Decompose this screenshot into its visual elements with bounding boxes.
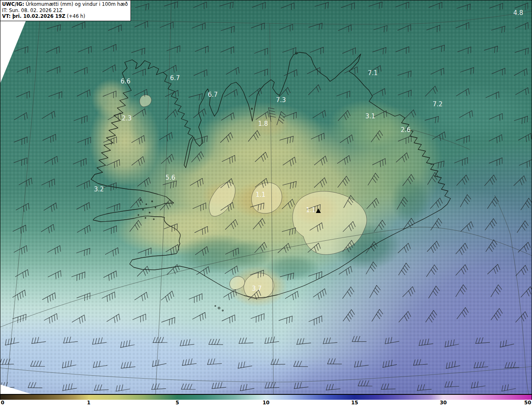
precip-value-label: 2.3	[122, 115, 132, 122]
precip-value-label: 6.7	[170, 74, 180, 82]
colorbar-gradient	[0, 394, 532, 400]
precip-value-label: 3.2	[94, 186, 104, 193]
precip-value-label: 7.3	[276, 96, 286, 104]
colorbar-tick-label: 5	[175, 400, 179, 406]
precipitation-colorbar: 01510153050	[0, 394, 532, 406]
weather-map-stage: 4.86.66.76.77.17.37.23.12.62.31.85.63.21…	[0, 0, 532, 406]
precip-value-label: 7.2	[433, 100, 443, 108]
colorbar-tick-label: 50	[524, 400, 531, 406]
precip-value-label: 1.1	[306, 206, 316, 214]
colorbar-tick-label: 15	[351, 400, 358, 406]
map-area: 4.86.66.76.77.17.37.23.12.62.31.85.63.21…	[0, 0, 532, 394]
precip-value-label: 6.6	[121, 78, 131, 85]
map-title-box: UWC/IG: Úrkomumætti (mm) og vindur i 100…	[0, 0, 131, 21]
model-id-label: UWC/IG:	[2, 1, 24, 7]
colorbar-tick-label: 0	[1, 400, 4, 406]
map-title-line1: UWC/IG: Úrkomumætti (mm) og vindur i 100…	[2, 1, 128, 7]
map-init-time: IT: Sun. 08. 02. 2026 21Z	[2, 7, 128, 14]
precip-value-label: 6.7	[208, 91, 218, 98]
precip-value-label: 5.6	[165, 174, 175, 181]
precip-value-label: 7.1	[368, 69, 378, 77]
colorbar-tick-label: 1	[87, 400, 90, 406]
colorbar-tick-label: 10	[263, 400, 270, 406]
precip-value-label: 3.7	[252, 285, 262, 292]
precip-value-label: 2.6	[401, 126, 411, 134]
precip-value-label: 1.1	[256, 191, 266, 198]
colorbar-tick-labels: 01510153050	[0, 400, 532, 406]
map-valid-time: VT: þri. 10.02.2026 19Z (+46 h)	[2, 13, 128, 20]
map-title-text: Úrkomumætti (mm) og vindur i 100m hæð	[24, 1, 128, 7]
precip-value-label: 1.8	[258, 120, 268, 127]
valid-time-bold: VT: þri. 10.02.2026 19Z	[2, 13, 65, 19]
valid-time-offset: (+46 h)	[65, 13, 85, 19]
precip-value-label: 3.1	[365, 113, 375, 120]
precip-value-label: 4.8	[513, 9, 523, 17]
map-canvas: 4.86.66.76.77.17.37.23.12.62.31.85.63.21…	[0, 0, 532, 394]
colorbar-tick-label: 30	[440, 400, 447, 406]
